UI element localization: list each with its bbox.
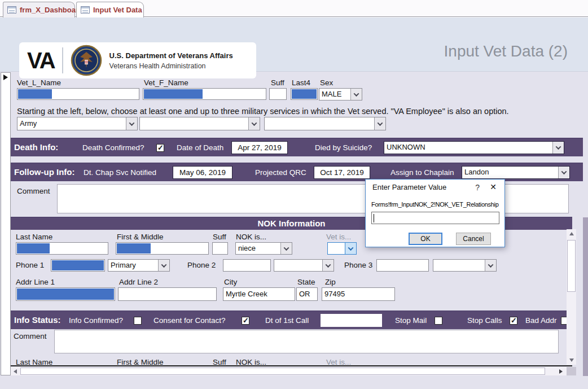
death-confirmed-label: Death Confirmed?	[82, 143, 144, 152]
zip-field[interactable]: 97495	[322, 287, 395, 301]
arrow-down-icon	[569, 359, 574, 362]
subform-right-edge	[583, 217, 588, 376]
text-caret	[374, 214, 374, 222]
phone3-type-select[interactable]	[433, 259, 497, 272]
service-3-select[interactable]	[264, 117, 386, 130]
chevron-down-icon[interactable]	[350, 89, 362, 100]
nok-first-middle-field[interactable]	[116, 242, 209, 255]
sex-select[interactable]: MALE	[319, 88, 362, 100]
help-icon[interactable]: ?	[475, 183, 480, 192]
projected-qrc-field[interactable]: Oct 17, 2019	[314, 166, 370, 179]
addr-line1-field[interactable]	[16, 287, 115, 301]
scroll-left-button[interactable]	[11, 367, 19, 375]
parameter-input[interactable]	[371, 212, 499, 224]
chevron-down-icon[interactable]	[345, 243, 356, 254]
phone3-label: Phone 3	[344, 261, 372, 269]
vet-is-value	[328, 243, 345, 254]
stop-calls-label: Stop Calls	[467, 316, 502, 325]
nok-last-name-label: Last Name	[16, 233, 52, 241]
phone3-field[interactable]	[376, 259, 429, 272]
phone2-type-value	[274, 260, 322, 271]
chevron-down-icon[interactable]	[158, 260, 169, 271]
sex-label: Sex	[320, 78, 333, 87]
date-of-death-label: Date of Death	[177, 143, 223, 152]
tab-frm-x-dashboard[interactable]: frm_X_Dashboard	[3, 2, 75, 18]
nok-last-name-field[interactable]	[16, 242, 108, 255]
ok-button[interactable]: OK	[409, 233, 442, 245]
chevron-down-icon[interactable]	[126, 117, 137, 130]
vet-is-select[interactable]	[327, 242, 357, 255]
nok-is-label: NOK is...	[236, 233, 266, 241]
first-call-field[interactable]	[321, 314, 382, 327]
info-confirmed-label: Info Confirmed?	[69, 316, 123, 325]
consent-contact-checkbox[interactable]	[242, 317, 249, 325]
vertical-scrollbar[interactable]	[567, 229, 576, 365]
chevron-down-icon[interactable]	[280, 243, 292, 254]
info-confirmed-checkbox[interactable]	[134, 317, 142, 325]
close-icon[interactable]: ✕	[490, 182, 497, 191]
suff-label: Suff	[271, 78, 284, 87]
state-field[interactable]: OR	[296, 287, 318, 301]
nok-comment-box[interactable]	[54, 330, 559, 353]
record-selector[interactable]	[1, 72, 11, 375]
cancel-button[interactable]: Cancel	[456, 233, 491, 245]
info-status-title: Info Status:	[14, 315, 61, 325]
stop-mail-checkbox[interactable]	[435, 317, 442, 325]
application-window: frm_X_Dashboard Input Vet Data VA U.S. D…	[0, 0, 588, 389]
chevron-down-icon[interactable]	[374, 117, 385, 130]
record-selector-arrow	[3, 75, 8, 80]
last4-field[interactable]	[291, 88, 318, 100]
died-by-suicide-select[interactable]: UNKNOWN	[384, 141, 564, 154]
state-value: OR	[297, 288, 317, 300]
horizontal-scrollbar[interactable]	[11, 367, 567, 375]
death-confirmed-checkbox[interactable]	[156, 144, 164, 152]
logo-divider	[62, 47, 63, 73]
date-of-death-field[interactable]: Apr 27, 2019	[231, 141, 288, 154]
nok-is-value: niece	[236, 243, 280, 254]
subform-divider	[11, 365, 572, 366]
service-instruction: Starting at the left, below, choose at l…	[17, 107, 509, 116]
scroll-up-button[interactable]	[567, 229, 576, 238]
followup-title: Follow-up Info:	[14, 167, 74, 177]
bad-addr-label: Bad Addr	[525, 316, 557, 325]
chevron-down-icon[interactable]	[485, 260, 496, 271]
phone1-type-select[interactable]: Primary	[108, 259, 170, 272]
parameter-message: Forms!frm_InputNOK_2!NOK_VET_Relationshi…	[371, 201, 499, 208]
service-1-select[interactable]: Army	[17, 117, 138, 130]
chap-svc-notified-field[interactable]: May 06, 2019	[173, 166, 232, 179]
nok-is-select[interactable]: niece	[235, 242, 292, 255]
phone2-field[interactable]	[223, 259, 271, 272]
tab-input-vet-data[interactable]: Input Vet Data	[76, 2, 144, 18]
suff-field[interactable]	[269, 88, 287, 100]
service-2-select[interactable]	[139, 117, 260, 130]
next-record-labels: Last Name First & Middle Suff NOK is... …	[11, 358, 567, 365]
form-icon	[81, 6, 90, 14]
city-field[interactable]: Myrtle Creek	[223, 287, 295, 301]
horizontal-scroll-thumb[interactable]	[20, 368, 545, 375]
vet-l-name-field[interactable]	[17, 88, 139, 100]
chevron-down-icon[interactable]	[322, 260, 334, 271]
redacted-text	[17, 243, 50, 253]
city-label: City	[224, 278, 237, 286]
stop-calls-checkbox[interactable]	[510, 317, 517, 325]
state-label: State	[297, 278, 315, 286]
scroll-right-button[interactable]	[556, 367, 565, 375]
chevron-down-icon[interactable]	[248, 117, 260, 130]
page-title: Input Vet Data (2)	[444, 42, 568, 60]
phone1-type-value: Primary	[108, 260, 158, 271]
assign-chaplain-select[interactable]: Landon	[462, 166, 570, 179]
phone1-field[interactable]	[51, 259, 105, 272]
dept-line1: U.S. Department of Veterans Affairs	[109, 51, 233, 60]
nok-suff-field[interactable]	[212, 242, 228, 255]
enter-parameter-dialog: Enter Parameter Value ? ✕ Forms!frm_Inpu…	[365, 179, 505, 247]
vertical-scroll-thumb[interactable]	[567, 240, 576, 292]
chevron-down-icon[interactable]	[558, 167, 569, 178]
chevron-down-icon[interactable]	[552, 142, 564, 154]
phone2-type-select[interactable]	[274, 259, 334, 272]
vet-f-name-field[interactable]	[143, 88, 266, 100]
scroll-down-button[interactable]	[567, 356, 576, 365]
form-header: VA U.S. Department of Veterans Affairs V…	[0, 18, 588, 72]
addr-line2-field[interactable]	[118, 287, 217, 301]
city-value: Myrtle Creek	[223, 288, 295, 300]
last4-label: Last4	[292, 78, 310, 87]
